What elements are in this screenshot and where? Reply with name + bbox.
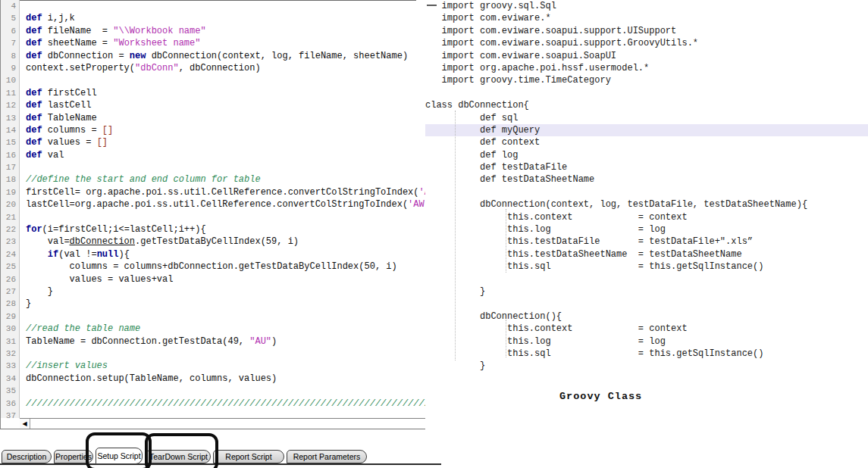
line-number: 23 [1,236,19,248]
code-line: dbConnection.setup(TableName, columns, v… [26,373,441,385]
code-line [425,87,868,99]
line-number: 13 [1,112,19,124]
groovy-class-panel: import groovy.sql.Sql import com.eviware… [425,0,868,468]
code-line: import com.eviware.soapui.support.UISupp… [425,25,868,37]
line-number: 33 [1,360,19,372]
code-line: def i,j,k [26,12,441,24]
line-number: 8 [1,50,19,62]
line-number: 11 [1,87,19,99]
code-line: } [425,285,868,298]
code-line [425,298,868,310]
line-number: 18 [1,173,19,186]
code-line: this.testDataFile = testDataFile+".xls” [425,236,868,248]
code-line [26,0,441,12]
code-line: } [26,285,441,298]
scroll-left-button[interactable]: ◀ [20,419,30,429]
tab-bar-underline [0,463,441,465]
code-line: def dbConnection = new dbConnection(cont… [26,50,441,62]
code-line: def context [425,136,868,148]
code-line: def firstCell [26,87,441,99]
line-number: 6 [1,25,19,37]
line-number: 25 [1,261,19,273]
code-line: dbConnection(context, log, testDataFile,… [425,198,868,211]
tab-report-script[interactable]: Report Script [213,450,284,463]
code-line: import com.eviware.soapui.support.Groovy… [425,37,868,49]
code-line: columns = columns+dbConnection.getTestDa… [26,261,441,273]
code-line: def values = [] [26,136,441,148]
code-line: def columns = [] [26,124,441,136]
line-number: 9 [1,62,19,74]
line-number: 19 [1,186,19,198]
code-line: context.setProperty("dbConn", dbConnecti… [26,62,441,74]
code-line: } [26,298,441,310]
scrollbar-track[interactable] [30,419,441,429]
line-number: 22 [1,223,19,236]
line-number: 31 [1,335,19,348]
line-number: 26 [1,273,19,285]
code-line [26,410,441,418]
line-number-gutter: 4567891011121314151617181920212223242526… [1,0,20,418]
line-number: 12 [1,99,19,111]
line-number: 20 [1,198,19,211]
code-line: //insert values [26,360,441,372]
line-number: 21 [1,211,19,223]
line-number: 5 [1,12,19,24]
setup-script-annotation-box [86,432,152,468]
code-line: def testDataFile [425,161,868,173]
code-line [425,186,868,198]
code-line: def sql [425,112,868,124]
code-line: def val [26,149,441,161]
line-number: 29 [1,310,19,323]
code-line [26,310,441,323]
code-line: this.context = context [425,211,868,223]
code-line [26,348,441,360]
tab-description[interactable]: Description [2,450,52,463]
groovy-class-caption: Groovy Class [559,391,642,402]
code-line: this.log = log [425,335,868,348]
line-number: 35 [1,385,19,397]
code-line [26,161,441,173]
code-line: def fileName = "\\Workbook name" [26,25,441,37]
line-number: 24 [1,248,19,261]
tab-report-parameters[interactable]: Report Parameters [287,450,367,463]
line-number: 14 [1,124,19,136]
code-line [425,273,868,285]
code-line [26,385,441,397]
line-number: 10 [1,74,19,86]
code-line: values = values+val [26,273,441,285]
code-line: if(val !=null){ [26,248,441,261]
code-line: val=dbConnection.getTestDataByCellIndex(… [26,236,441,248]
horizontal-scrollbar[interactable]: ◀ [20,418,441,429]
code-line: import com.eviware.* [425,12,868,24]
code-line: import groovy.sql.Sql [425,0,868,12]
groovy-class-code: import groovy.sql.Sql import com.eviware… [425,0,868,373]
code-line: } [425,360,868,372]
line-number: 15 [1,136,19,148]
indent-guide [455,111,456,360]
setup-script-editor[interactable]: 4567891011121314151617181920212223242526… [0,0,441,429]
highlighted-code-line: def myQuery [425,124,868,136]
code-line: //define the start and end column for ta… [26,173,441,186]
code-line: this.log = log [425,223,868,236]
code-line [26,74,441,86]
line-number: 34 [1,373,19,385]
line-number: 16 [1,149,19,161]
teardown-script-annotation-box [145,433,218,468]
code-line: this.sql = this.getSqlInstance() [425,261,868,273]
code-line [26,211,441,223]
code-line: TableName = dbConnection.getTestData(49,… [26,335,441,348]
code-line: dbConnection(){ [425,310,868,323]
code-line: def testDataSheetName [425,173,868,186]
code-line: def log [425,149,868,161]
indent-guide [506,320,506,357]
code-line: import com.eviware.soapui.SoapUI [425,50,868,62]
setup-script-code[interactable]: def i,j,kdef fileName = "\\Workbook name… [20,0,441,418]
screenshot-root: 4567891011121314151617181920212223242526… [0,0,868,468]
indent-guide [506,209,506,273]
code-line: this.sql = this.getSqlInstance() [425,348,868,360]
code-line: def TableName [26,112,441,124]
code-line: //read the table name [26,323,441,335]
code-line: lastCell=org.apache.poi.ss.util.CellRefe… [26,198,441,211]
line-number: 32 [1,348,19,360]
code-line: def lastCell [26,99,441,111]
